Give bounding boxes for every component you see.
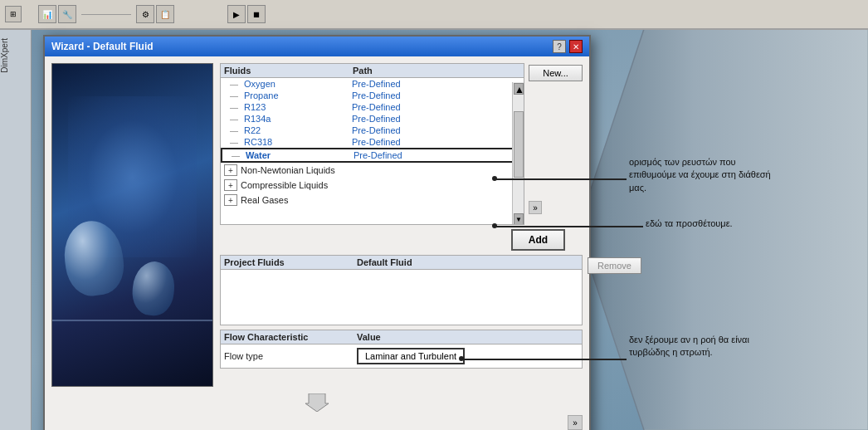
arrow-dot-3 [459,356,464,361]
toolbar-icon-6[interactable]: ▶ [227,5,246,23]
project-header: Project Fluids Default Fluid [221,256,582,270]
list-item[interactable]: — RC318 Pre-Defined [221,136,524,148]
flow-type-value-box: Laminar and Turbulent [357,348,465,364]
default-fluid-header: Default Fluid [357,257,412,267]
left-sidebar: DimXpert [0,30,32,430]
new-button[interactable]: New... [529,65,583,81]
dimxpert-label: DimXpert [0,38,19,73]
flow-type-row: Flow type Laminar and Turbulent [221,344,582,368]
project-fluids-container: Project Fluids Default Fluid Remove [220,255,583,325]
scroll-up-arrow[interactable]: ▲ [514,83,524,95]
flow-header: Flow Characteristic Value [221,330,582,344]
remove-button-area: Remove [588,257,641,274]
list-item[interactable]: — R22 Pre-Defined [221,125,524,136]
remove-button[interactable]: Remove [588,257,641,274]
down-arrow-area [45,393,589,412]
toolbar-icon-2[interactable]: 📊 [38,5,56,23]
list-item[interactable]: — R134a Pre-Defined [221,113,524,125]
svg-marker-3 [305,393,329,412]
toolbar-icon-3[interactable]: 🔧 [58,5,76,23]
real-gases-label: Real Gases [241,195,288,205]
add-remove-row: Add [220,229,583,251]
toolbar-icon-4[interactable]: ⚙ [136,5,154,23]
fluids-list[interactable]: — Oxygen Pre-Defined — Propane Pre-Defin… [221,78,524,207]
dialog-body: Fluids Path — Oxygen Pre-Defined — [45,56,589,393]
titlebar-buttons: ? ✕ [553,40,583,53]
value-header: Value [357,332,381,342]
compressible-label: Compressible Liquids [241,180,328,190]
real-gases-group[interactable]: + Real Gases [221,193,524,207]
expand-icon[interactable]: + [224,179,237,191]
list-item[interactable]: — Oxygen Pre-Defined [221,78,524,90]
close-button[interactable]: ✕ [569,40,583,53]
fluids-list-container: Fluids Path — Oxygen Pre-Defined — [220,63,524,225]
expand-icon[interactable]: + [224,194,237,206]
controls-panel: Fluids Path — Oxygen Pre-Defined — [220,63,583,387]
water-image-panel [51,63,213,387]
water-list-item[interactable]: — Water Pre-Defined [221,148,524,163]
expand-icon[interactable]: + [224,164,237,176]
expand-chevron[interactable]: » [529,201,542,214]
flow-type-label: Flow type [224,351,357,361]
side-buttons: New... » [529,63,583,225]
annotation-line-2 [494,226,643,227]
arrow-dot-2 [492,223,497,228]
annotation-line-3 [461,359,627,360]
water-label: Water [246,150,354,160]
add-button[interactable]: Add [511,229,565,251]
scrollbar[interactable]: ▲ ▼ [512,82,524,225]
non-newtonian-group[interactable]: + Non-Newtonian Liquids [221,163,524,178]
dialog: Wizard - Default Fluid ? ✕ [43,35,591,430]
annotation-3: δεν ξέρουμε αν η ροή θα είναι τυρβώδης η… [629,334,783,359]
bottom-chevron[interactable]: » [568,415,583,430]
list-item[interactable]: — R123 Pre-Defined [221,101,524,113]
fluids-col-header: Fluids [224,66,353,76]
toolbar-icon-7[interactable]: ⏹ [247,5,266,23]
arrow-dot-1 [492,176,497,181]
project-fluids-list [221,270,582,320]
toolbar-icon-5[interactable]: 📋 [156,5,174,23]
dialog-title: Wizard - Default Fluid [51,41,154,52]
flow-section: Flow Characteristic Value Flow type Lami… [220,330,583,369]
annotation-2: εδώ τα προσθέτουμε. [646,217,799,230]
project-fluids-header: Project Fluids [224,257,357,267]
down-arrow-icon [305,393,329,412]
dialog-titlebar: Wizard - Default Fluid ? ✕ [45,37,589,56]
toolbar-icon-1[interactable]: ⊞ [5,6,22,22]
annotation-1: ορισμός των ρευστών που επιθυμούμε να έχ… [629,156,783,194]
path-col-header: Path [353,66,373,76]
fluids-row: Fluids Path — Oxygen Pre-Defined — [220,63,583,225]
annotation-line-1 [494,178,627,180]
non-newtonian-label: Non-Newtonian Liquids [241,165,335,175]
flow-char-header: Flow Characteristic [224,332,357,342]
toolbar: ⊞ 📊 🔧 ⚙ 📋 ▶ ⏹ [0,0,868,30]
fluids-header: Fluids Path [221,64,524,78]
compressible-group[interactable]: + Compressible Liquids [221,178,524,193]
help-button[interactable]: ? [553,40,566,53]
list-item[interactable]: — Propane Pre-Defined [221,90,524,101]
bottom-expand-row: » [45,415,589,430]
